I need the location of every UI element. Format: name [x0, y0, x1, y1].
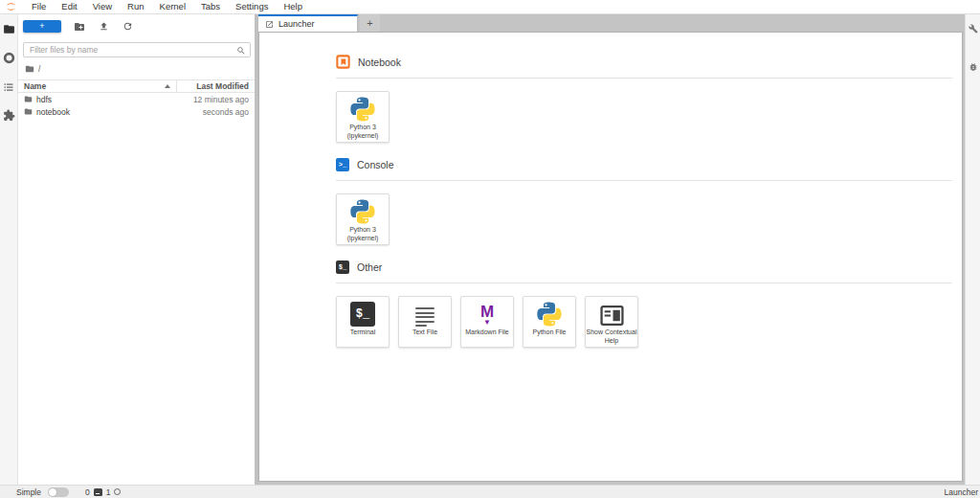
- terminal-status-icon: [94, 488, 102, 496]
- section-title: Notebook: [358, 57, 401, 68]
- python-logo-icon: [350, 194, 375, 224]
- menu-settings[interactable]: Settings: [228, 0, 276, 13]
- status-bar: Simple 0 1 Launcher: [0, 485, 980, 498]
- column-name-label: Name: [24, 81, 46, 91]
- menu-run[interactable]: Run: [120, 0, 151, 13]
- home-folder-icon[interactable]: [25, 64, 34, 74]
- jupyter-logo-icon: [4, 1, 18, 12]
- launcher-card-console-python3[interactable]: Python 3 (ipykernel): [336, 193, 390, 245]
- folder-icon: [24, 95, 33, 103]
- python-logo-icon: [537, 297, 562, 327]
- menu-edit[interactable]: Edit: [54, 0, 84, 13]
- file-modified: seconds ago: [168, 107, 255, 117]
- python-logo-icon: [350, 92, 375, 122]
- extension-manager-icon[interactable]: [3, 109, 15, 122]
- upload-icon[interactable]: [98, 21, 109, 33]
- card-label: Terminal: [350, 328, 375, 337]
- contextual-help-icon: [600, 297, 624, 327]
- table-of-contents-icon[interactable]: [3, 80, 15, 93]
- simple-mode-toggle[interactable]: [48, 487, 69, 497]
- launcher-card-terminal[interactable]: $_ Terminal: [336, 296, 390, 348]
- tab-launcher-label: Launcher: [278, 19, 315, 29]
- simple-mode-label: Simple: [16, 487, 41, 497]
- file-name: hdfs: [36, 95, 52, 104]
- kernels-count: 1: [106, 487, 111, 497]
- card-label: Python File: [532, 328, 566, 337]
- new-folder-icon[interactable]: [74, 21, 85, 33]
- launcher-card-markdown-file[interactable]: M ▼ Markdown File: [460, 296, 514, 348]
- menu-file[interactable]: File: [24, 0, 54, 13]
- launcher-card-notebook-python3[interactable]: Python 3 (ipykernel): [336, 91, 390, 143]
- running-counts[interactable]: 0 1: [85, 487, 121, 497]
- launcher-section-notebook: Notebook Python 3 (ipykernel): [336, 33, 952, 143]
- tab-launcher[interactable]: Launcher: [258, 14, 358, 32]
- new-tab-button[interactable]: +: [360, 14, 380, 32]
- file-row-notebook[interactable]: notebook seconds ago: [18, 105, 255, 118]
- markdown-icon: M ▼: [480, 304, 494, 327]
- launcher-card-contextual-help[interactable]: Show Contextual Help: [585, 296, 638, 348]
- column-header-modified[interactable]: Last Modified: [176, 80, 255, 92]
- breadcrumb: /: [25, 63, 255, 74]
- file-browser-icon[interactable]: [3, 23, 15, 35]
- filter-files-wrap: [23, 39, 251, 57]
- property-inspector-icon[interactable]: [969, 20, 978, 37]
- folder-icon: [24, 107, 33, 116]
- launcher-card-text-file[interactable]: Text File: [398, 296, 452, 348]
- file-row-hdfs[interactable]: hdfs 12 minutes ago: [18, 93, 255, 105]
- current-activity-label: Launcher: [945, 487, 980, 497]
- right-sidebar: [965, 14, 980, 485]
- card-label: Python 3 (ipykernel): [347, 124, 379, 141]
- text-file-icon: [415, 307, 434, 327]
- notebook-icon: [336, 55, 350, 69]
- launcher-card-python-file[interactable]: Python File: [523, 296, 576, 348]
- section-title: Console: [357, 159, 394, 170]
- section-divider: [336, 283, 952, 283]
- card-label: Python 3 (ipykernel): [347, 226, 379, 243]
- refresh-icon[interactable]: [122, 21, 133, 33]
- menu-help[interactable]: Help: [276, 0, 310, 13]
- card-label: Markdown File: [465, 328, 509, 337]
- terminal-icon: $_: [336, 260, 349, 274]
- launcher-section-other: $_ Other $_ Terminal: [336, 260, 952, 348]
- sort-ascending-icon: [165, 84, 170, 88]
- card-label: Show Contextual Help: [586, 328, 637, 346]
- file-list-header: Name Last Modified: [18, 79, 255, 93]
- file-name: notebook: [36, 107, 70, 117]
- terminals-count: 0: [85, 487, 90, 497]
- search-icon: [236, 42, 246, 59]
- debugger-icon[interactable]: [969, 58, 978, 76]
- breadcrumb-root[interactable]: /: [38, 64, 40, 74]
- menu-view[interactable]: View: [85, 0, 120, 13]
- column-header-name[interactable]: Name: [18, 81, 176, 91]
- terminal-icon: $_: [350, 302, 375, 327]
- menu-tabs[interactable]: Tabs: [193, 0, 228, 13]
- main-dock-area: Launcher + Notebook: [258, 14, 965, 485]
- running-sessions-icon[interactable]: [3, 52, 15, 64]
- console-icon: >_: [336, 158, 349, 171]
- section-divider: [336, 180, 952, 181]
- section-divider: [336, 78, 952, 79]
- launcher-section-console: >_ Console Python 3 (ipykernel): [336, 158, 952, 245]
- section-title: Other: [357, 261, 382, 273]
- menu-bar: File Edit View Run Kernel Tabs Settings …: [0, 0, 980, 14]
- card-label: Text File: [412, 328, 437, 337]
- launcher-icon: [265, 20, 274, 29]
- kernel-status-icon: [114, 488, 121, 495]
- tab-bar: Launcher +: [258, 14, 965, 32]
- menu-kernel[interactable]: Kernel: [152, 0, 193, 13]
- new-launcher-button[interactable]: +: [23, 20, 61, 33]
- left-sidebar: [0, 14, 18, 485]
- file-modified: 12 minutes ago: [168, 95, 255, 104]
- file-browser-toolbar: +: [18, 14, 255, 34]
- filter-files-input[interactable]: [23, 42, 251, 57]
- launcher-panel: Notebook Python 3 (ipykernel): [258, 32, 963, 482]
- file-browser-panel: + / Name Last Modified hdfs 12 minut: [18, 14, 255, 485]
